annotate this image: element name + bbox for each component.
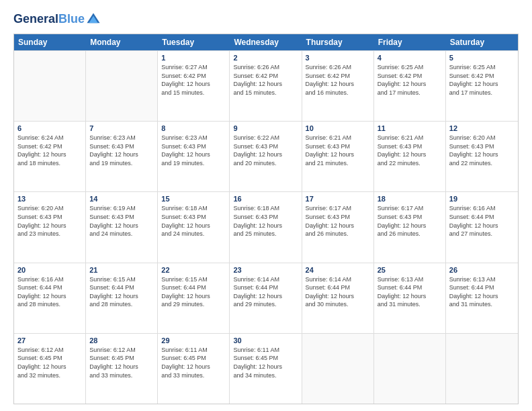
- day-number: 15: [161, 195, 226, 203]
- day-number: 10: [306, 124, 370, 132]
- day-info: Sunrise: 6:14 AM Sunset: 6:44 PM Dayligh…: [233, 275, 298, 309]
- day-info: Sunrise: 6:21 AM Sunset: 6:43 PM Dayligh…: [378, 134, 442, 167]
- day-cell: 11Sunrise: 6:21 AM Sunset: 6:43 PM Dayli…: [374, 122, 446, 191]
- day-number: 1: [161, 54, 226, 62]
- day-info: Sunrise: 6:16 AM Sunset: 6:44 PM Dayligh…: [449, 204, 515, 238]
- day-number: 9: [233, 124, 298, 132]
- day-cell: 20Sunrise: 6:16 AM Sunset: 6:44 PM Dayli…: [14, 263, 86, 333]
- day-info: Sunrise: 6:26 AM Sunset: 6:42 PM Dayligh…: [306, 63, 370, 97]
- day-number: 14: [89, 195, 154, 203]
- day-cell: 26Sunrise: 6:13 AM Sunset: 6:44 PM Dayli…: [446, 263, 518, 333]
- day-header-monday: Monday: [86, 34, 158, 50]
- day-info: Sunrise: 6:20 AM Sunset: 6:43 PM Dayligh…: [449, 134, 515, 167]
- day-info: Sunrise: 6:25 AM Sunset: 6:42 PM Dayligh…: [449, 63, 515, 97]
- day-number: 3: [306, 54, 370, 62]
- day-number: 30: [233, 336, 298, 345]
- day-cell: 29Sunrise: 6:11 AM Sunset: 6:45 PM Dayli…: [158, 334, 230, 404]
- day-cell: 7Sunrise: 6:23 AM Sunset: 6:43 PM Daylig…: [86, 122, 158, 191]
- day-cell: 28Sunrise: 6:12 AM Sunset: 6:45 PM Dayli…: [86, 334, 158, 404]
- day-info: Sunrise: 6:20 AM Sunset: 6:43 PM Dayligh…: [17, 204, 82, 238]
- day-number: 2: [233, 54, 298, 62]
- day-number: 11: [378, 124, 442, 132]
- day-number: 7: [89, 124, 154, 132]
- day-number: 5: [449, 54, 515, 62]
- day-cell: 24Sunrise: 6:14 AM Sunset: 6:44 PM Dayli…: [302, 263, 374, 333]
- day-info: Sunrise: 6:13 AM Sunset: 6:44 PM Dayligh…: [378, 275, 442, 309]
- day-number: 23: [233, 266, 298, 274]
- day-info: Sunrise: 6:26 AM Sunset: 6:42 PM Dayligh…: [233, 63, 298, 97]
- calendar: SundayMondayTuesdayWednesdayThursdayFrid…: [13, 34, 519, 404]
- day-number: 21: [89, 266, 154, 274]
- week-row: 6Sunrise: 6:24 AM Sunset: 6:42 PM Daylig…: [14, 121, 518, 191]
- day-number: 28: [89, 336, 154, 345]
- day-cell: 4Sunrise: 6:25 AM Sunset: 6:42 PM Daylig…: [374, 51, 446, 121]
- day-cell: [302, 334, 374, 404]
- day-cell: 12Sunrise: 6:20 AM Sunset: 6:43 PM Dayli…: [446, 122, 518, 191]
- day-number: 24: [306, 266, 370, 274]
- day-cell: 21Sunrise: 6:15 AM Sunset: 6:44 PM Dayli…: [86, 263, 158, 333]
- day-info: Sunrise: 6:22 AM Sunset: 6:43 PM Dayligh…: [233, 134, 298, 167]
- day-info: Sunrise: 6:25 AM Sunset: 6:42 PM Dayligh…: [378, 63, 442, 97]
- day-info: Sunrise: 6:11 AM Sunset: 6:45 PM Dayligh…: [233, 346, 298, 379]
- day-cell: 13Sunrise: 6:20 AM Sunset: 6:43 PM Dayli…: [14, 192, 86, 262]
- day-cell: 17Sunrise: 6:17 AM Sunset: 6:43 PM Dayli…: [302, 192, 374, 262]
- logo: GeneralBlue: [13, 12, 101, 27]
- day-cell: 23Sunrise: 6:14 AM Sunset: 6:44 PM Dayli…: [230, 263, 302, 333]
- day-header-saturday: Saturday: [446, 34, 518, 50]
- day-number: 13: [17, 195, 82, 203]
- day-info: Sunrise: 6:18 AM Sunset: 6:43 PM Dayligh…: [233, 204, 298, 238]
- day-cell: 8Sunrise: 6:23 AM Sunset: 6:43 PM Daylig…: [158, 122, 230, 191]
- day-info: Sunrise: 6:15 AM Sunset: 6:44 PM Dayligh…: [89, 275, 154, 309]
- day-info: Sunrise: 6:16 AM Sunset: 6:44 PM Dayligh…: [17, 275, 82, 309]
- day-info: Sunrise: 6:24 AM Sunset: 6:42 PM Dayligh…: [17, 134, 82, 167]
- day-info: Sunrise: 6:13 AM Sunset: 6:44 PM Dayligh…: [449, 275, 515, 309]
- day-number: 17: [306, 195, 370, 203]
- day-cell: 25Sunrise: 6:13 AM Sunset: 6:44 PM Dayli…: [374, 263, 446, 333]
- day-cell: 18Sunrise: 6:17 AM Sunset: 6:43 PM Dayli…: [374, 192, 446, 262]
- day-info: Sunrise: 6:21 AM Sunset: 6:43 PM Dayligh…: [306, 134, 370, 167]
- day-number: 12: [449, 124, 515, 132]
- calendar-body: 1Sunrise: 6:27 AM Sunset: 6:42 PM Daylig…: [14, 50, 518, 404]
- day-cell: [86, 51, 158, 121]
- day-info: Sunrise: 6:17 AM Sunset: 6:43 PM Dayligh…: [306, 204, 370, 238]
- day-cell: 10Sunrise: 6:21 AM Sunset: 6:43 PM Dayli…: [302, 122, 374, 191]
- day-header-thursday: Thursday: [302, 34, 374, 50]
- day-cell: 15Sunrise: 6:18 AM Sunset: 6:43 PM Dayli…: [158, 192, 230, 262]
- day-cell: 22Sunrise: 6:15 AM Sunset: 6:44 PM Dayli…: [158, 263, 230, 333]
- day-info: Sunrise: 6:18 AM Sunset: 6:43 PM Dayligh…: [161, 204, 226, 238]
- day-cell: 1Sunrise: 6:27 AM Sunset: 6:42 PM Daylig…: [158, 51, 230, 121]
- day-number: 22: [161, 266, 226, 274]
- day-cell: 14Sunrise: 6:19 AM Sunset: 6:43 PM Dayli…: [86, 192, 158, 262]
- day-number: 25: [378, 266, 442, 274]
- day-info: Sunrise: 6:27 AM Sunset: 6:42 PM Dayligh…: [161, 63, 226, 97]
- day-cell: 9Sunrise: 6:22 AM Sunset: 6:43 PM Daylig…: [230, 122, 302, 191]
- header: GeneralBlue: [13, 12, 519, 27]
- week-row: 27Sunrise: 6:12 AM Sunset: 6:45 PM Dayli…: [14, 333, 518, 404]
- day-info: Sunrise: 6:14 AM Sunset: 6:44 PM Dayligh…: [306, 275, 370, 309]
- day-header-wednesday: Wednesday: [230, 34, 302, 50]
- day-number: 16: [233, 195, 298, 203]
- day-number: 6: [17, 124, 82, 132]
- day-cell: 19Sunrise: 6:16 AM Sunset: 6:44 PM Dayli…: [446, 192, 518, 262]
- day-number: 27: [17, 336, 82, 345]
- day-number: 8: [161, 124, 226, 132]
- day-info: Sunrise: 6:15 AM Sunset: 6:44 PM Dayligh…: [161, 275, 226, 309]
- day-number: 18: [378, 195, 442, 203]
- day-info: Sunrise: 6:23 AM Sunset: 6:43 PM Dayligh…: [161, 134, 226, 167]
- day-headers: SundayMondayTuesdayWednesdayThursdayFrid…: [14, 34, 518, 50]
- day-info: Sunrise: 6:17 AM Sunset: 6:43 PM Dayligh…: [378, 204, 442, 238]
- day-cell: [446, 334, 518, 404]
- day-number: 20: [17, 266, 82, 274]
- day-info: Sunrise: 6:19 AM Sunset: 6:43 PM Dayligh…: [89, 204, 154, 238]
- day-cell: 5Sunrise: 6:25 AM Sunset: 6:42 PM Daylig…: [446, 51, 518, 121]
- page: GeneralBlue SundayMondayTuesdayWednesday…: [0, 0, 532, 411]
- day-number: 4: [378, 54, 442, 62]
- day-info: Sunrise: 6:12 AM Sunset: 6:45 PM Dayligh…: [89, 346, 154, 379]
- day-cell: 6Sunrise: 6:24 AM Sunset: 6:42 PM Daylig…: [14, 122, 86, 191]
- day-info: Sunrise: 6:23 AM Sunset: 6:43 PM Dayligh…: [89, 134, 154, 167]
- day-cell: 16Sunrise: 6:18 AM Sunset: 6:43 PM Dayli…: [230, 192, 302, 262]
- day-cell: 30Sunrise: 6:11 AM Sunset: 6:45 PM Dayli…: [230, 334, 302, 404]
- day-info: Sunrise: 6:11 AM Sunset: 6:45 PM Dayligh…: [161, 346, 226, 379]
- day-cell: 2Sunrise: 6:26 AM Sunset: 6:42 PM Daylig…: [230, 51, 302, 121]
- day-number: 26: [449, 266, 515, 274]
